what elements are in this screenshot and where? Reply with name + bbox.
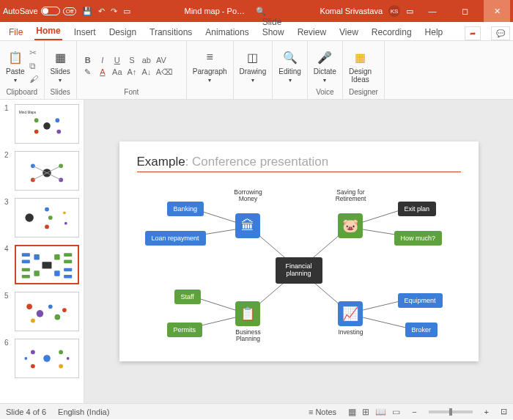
maximize-button[interactable]: ◻ xyxy=(451,0,478,22)
svg-rect-31 xyxy=(22,275,30,279)
tab-recording[interactable]: Recording xyxy=(370,24,413,40)
tab-review[interactable]: Review xyxy=(296,24,328,40)
zoom-slider[interactable] xyxy=(429,410,473,413)
slide-title: Example: Conference presentation xyxy=(137,155,461,169)
shadow-button[interactable]: ab xyxy=(141,56,152,65)
investing-label: Investing xyxy=(336,329,366,336)
undo-icon[interactable]: ↶ xyxy=(98,7,105,16)
node-equipment[interactable]: Equipment xyxy=(398,293,443,308)
node-exit[interactable]: Exit plan xyxy=(398,202,437,216)
font-color-button[interactable]: A xyxy=(97,67,108,76)
tab-design[interactable]: Design xyxy=(108,24,138,40)
title-rule xyxy=(137,172,461,172)
minimize-button[interactable]: — xyxy=(419,0,446,22)
tab-transitions[interactable]: Transitions xyxy=(148,24,193,40)
svg-point-16 xyxy=(45,207,49,212)
notes-button[interactable]: ≡ Notes xyxy=(309,408,336,416)
change-case-button[interactable]: Aa xyxy=(112,67,122,76)
design-ideas-button[interactable]: ▦Design Ideas xyxy=(349,48,372,84)
slide-canvas[interactable]: Example: Conference presentation Financi… xyxy=(84,100,513,403)
thumb-5[interactable]: 5 xyxy=(0,290,84,333)
tab-insert[interactable]: Insert xyxy=(73,24,97,40)
node-broker[interactable]: Broker xyxy=(405,323,438,337)
slideshow-view-icon[interactable]: ▭ xyxy=(392,407,400,417)
svg-point-39 xyxy=(62,308,67,312)
thumb-6[interactable]: 6 xyxy=(0,337,84,380)
shrink-font-button[interactable]: A↓ xyxy=(141,67,152,76)
comments-button[interactable]: 💬 xyxy=(491,26,510,40)
group-font: Font xyxy=(83,88,180,96)
design-ideas-icon: ▦ xyxy=(351,48,369,66)
tab-home[interactable]: Home xyxy=(34,23,62,40)
highlight-button[interactable]: ✎ xyxy=(83,67,93,77)
tab-slideshow[interactable]: Slide Show xyxy=(261,14,286,40)
paste-icon: 📋 xyxy=(7,48,24,66)
slideshow-icon[interactable]: ▭ xyxy=(123,7,130,16)
node-staff[interactable]: Staff xyxy=(174,290,201,304)
drawing-icon: ◫ xyxy=(244,48,262,66)
editing-button[interactable]: 🔍Editing▾ xyxy=(278,48,301,84)
share-button[interactable]: ➦ xyxy=(465,26,481,40)
tab-help[interactable]: Help xyxy=(424,24,445,40)
copy-icon[interactable]: ⧉ xyxy=(29,61,38,71)
svg-rect-25 xyxy=(54,270,59,276)
status-slide[interactable]: Slide 4 of 6 xyxy=(6,408,46,416)
thumb-2[interactable]: 2 xyxy=(0,150,84,192)
thumb-3[interactable]: 3 xyxy=(0,196,84,239)
normal-view-icon[interactable]: ▦ xyxy=(348,407,356,417)
save-icon[interactable]: 💾 xyxy=(82,7,92,16)
avatar[interactable]: KS xyxy=(388,5,400,17)
zoom-out-button[interactable]: − xyxy=(412,408,416,416)
node-banking[interactable]: Banking xyxy=(167,202,204,216)
paragraph-button[interactable]: ≡Paragraph▾ xyxy=(193,48,227,84)
svg-rect-30 xyxy=(22,268,30,272)
svg-point-45 xyxy=(24,357,27,360)
redo-icon[interactable]: ↷ xyxy=(111,7,117,16)
svg-point-34 xyxy=(26,303,32,309)
reading-view-icon[interactable]: 📖 xyxy=(375,407,386,417)
slide-thumbnails: 1Mind Maps 2 3 4 5 6 xyxy=(0,100,84,403)
node-permits[interactable]: Permits xyxy=(167,323,203,337)
zoom-in-button[interactable]: + xyxy=(484,408,489,416)
svg-rect-32 xyxy=(64,268,72,272)
svg-point-19 xyxy=(63,211,66,214)
format-painter-icon[interactable]: 🖌 xyxy=(29,74,38,84)
clear-format-button[interactable]: A⌫ xyxy=(156,67,166,77)
italic-button[interactable]: I xyxy=(97,56,108,65)
svg-rect-21 xyxy=(43,262,52,268)
tab-file[interactable]: File xyxy=(7,24,24,40)
svg-rect-28 xyxy=(64,253,72,257)
dictate-button[interactable]: 🎤Dictate▾ xyxy=(314,48,336,84)
fit-button[interactable]: ⊡ xyxy=(501,407,507,416)
sorter-view-icon[interactable]: ⊞ xyxy=(362,407,369,417)
underline-button[interactable]: U xyxy=(112,56,122,65)
strike-button[interactable]: S xyxy=(127,56,137,65)
cut-icon[interactable]: ✂ xyxy=(29,48,38,58)
node-howmuch[interactable]: How much? xyxy=(394,231,443,246)
tab-animations[interactable]: Animations xyxy=(204,24,250,40)
node-loan[interactable]: Loan repayment xyxy=(145,231,206,246)
spacing-button[interactable]: AV xyxy=(156,56,166,65)
thumb-4[interactable]: 4 xyxy=(0,243,84,286)
business-icon[interactable]: 📋 xyxy=(235,301,260,326)
status-lang[interactable]: English (India) xyxy=(58,408,109,416)
svg-point-3 xyxy=(55,118,59,122)
svg-rect-26 xyxy=(22,253,30,257)
group-voice: Voice xyxy=(314,88,336,96)
tab-view[interactable]: View xyxy=(338,24,360,40)
center-node[interactable]: Financial planning xyxy=(276,257,322,284)
thumb-1[interactable]: 1Mind Maps xyxy=(0,103,84,145)
bold-button[interactable]: B xyxy=(83,56,93,65)
borrowing-icon[interactable]: 🏛 xyxy=(235,213,260,238)
autosave-toggle[interactable] xyxy=(41,7,60,15)
investing-icon[interactable]: 📈 xyxy=(338,301,363,326)
user-name[interactable]: Komal Srivastava xyxy=(320,7,383,15)
slides-button[interactable]: ▦Slides▾ xyxy=(51,48,70,84)
paste-button[interactable]: 📋Paste▾ xyxy=(6,48,25,84)
ribbon-options-icon[interactable]: ▭ xyxy=(406,7,413,16)
saving-icon[interactable]: 🐷 xyxy=(338,213,363,238)
drawing-button[interactable]: ◫Drawing▾ xyxy=(240,48,267,84)
grow-font-button[interactable]: A↑ xyxy=(127,67,137,76)
close-button[interactable]: ✕ xyxy=(484,0,510,22)
svg-rect-23 xyxy=(54,254,59,259)
